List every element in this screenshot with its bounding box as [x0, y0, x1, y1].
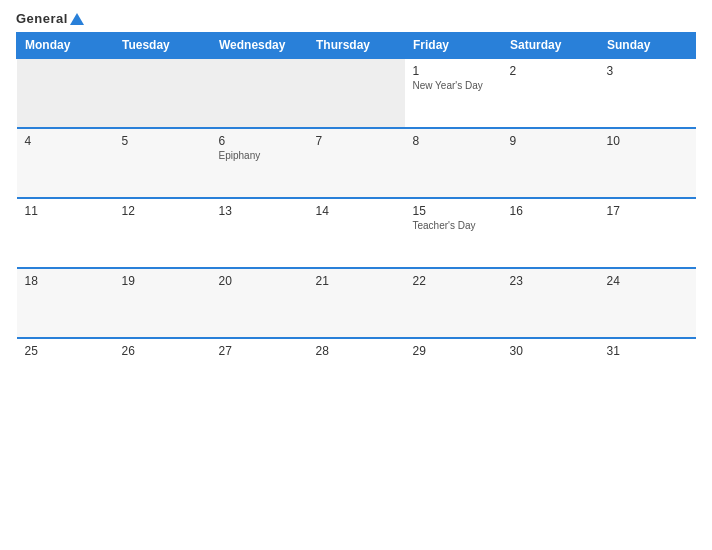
- day-header-wednesday: Wednesday: [211, 32, 308, 58]
- calendar-page: General MondayTuesdayWednesdayThursdayFr…: [0, 0, 712, 550]
- day-number: 23: [510, 274, 591, 288]
- calendar-cell: [114, 58, 211, 128]
- day-number: 11: [25, 204, 106, 218]
- day-number: 3: [607, 64, 688, 78]
- calendar-cell: 8: [405, 128, 502, 198]
- week-row-1: 1New Year's Day23: [17, 58, 696, 128]
- calendar-cell: 17: [599, 198, 696, 268]
- day-number: 22: [413, 274, 494, 288]
- calendar-cell: 30: [502, 338, 599, 408]
- logo: General: [16, 12, 84, 26]
- calendar-cell: 18: [17, 268, 114, 338]
- day-number: 6: [219, 134, 300, 148]
- calendar-cell: 13: [211, 198, 308, 268]
- calendar-cell: 16: [502, 198, 599, 268]
- day-number: 8: [413, 134, 494, 148]
- calendar-table: MondayTuesdayWednesdayThursdayFridaySatu…: [16, 32, 696, 408]
- calendar-cell: 31: [599, 338, 696, 408]
- calendar-cell: 1New Year's Day: [405, 58, 502, 128]
- day-number: 18: [25, 274, 106, 288]
- calendar-cell: 25: [17, 338, 114, 408]
- calendar-cell: 27: [211, 338, 308, 408]
- day-number: 4: [25, 134, 106, 148]
- calendar-cell: 9: [502, 128, 599, 198]
- day-number: 15: [413, 204, 494, 218]
- day-number: 13: [219, 204, 300, 218]
- logo-general-text: General: [16, 12, 84, 26]
- calendar-cell: 19: [114, 268, 211, 338]
- day-number: 28: [316, 344, 397, 358]
- calendar-cell: 10: [599, 128, 696, 198]
- day-number: 29: [413, 344, 494, 358]
- day-number: 19: [122, 274, 203, 288]
- day-header-tuesday: Tuesday: [114, 32, 211, 58]
- logo-triangle-icon: [70, 13, 84, 25]
- day-number: 17: [607, 204, 688, 218]
- calendar-cell: 21: [308, 268, 405, 338]
- day-number: 25: [25, 344, 106, 358]
- calendar-cell: 26: [114, 338, 211, 408]
- day-header-thursday: Thursday: [308, 32, 405, 58]
- calendar-cell: 11: [17, 198, 114, 268]
- day-number: 2: [510, 64, 591, 78]
- calendar-cell: [211, 58, 308, 128]
- calendar-cell: 28: [308, 338, 405, 408]
- calendar-cell: 20: [211, 268, 308, 338]
- week-row-2: 456Epiphany78910: [17, 128, 696, 198]
- day-number: 16: [510, 204, 591, 218]
- calendar-cell: [308, 58, 405, 128]
- calendar-cell: 14: [308, 198, 405, 268]
- day-number: 5: [122, 134, 203, 148]
- holiday-label: Teacher's Day: [413, 220, 494, 231]
- header: General: [16, 12, 696, 26]
- calendar-cell: 29: [405, 338, 502, 408]
- calendar-cell: 23: [502, 268, 599, 338]
- holiday-label: New Year's Day: [413, 80, 494, 91]
- calendar-cell: 24: [599, 268, 696, 338]
- calendar-cell: 2: [502, 58, 599, 128]
- calendar-cell: [17, 58, 114, 128]
- day-number: 14: [316, 204, 397, 218]
- calendar-cell: 15Teacher's Day: [405, 198, 502, 268]
- day-number: 24: [607, 274, 688, 288]
- calendar-cell: 4: [17, 128, 114, 198]
- calendar-cell: 22: [405, 268, 502, 338]
- day-number: 1: [413, 64, 494, 78]
- week-row-4: 18192021222324: [17, 268, 696, 338]
- days-header-row: MondayTuesdayWednesdayThursdayFridaySatu…: [17, 32, 696, 58]
- week-row-5: 25262728293031: [17, 338, 696, 408]
- calendar-cell: 12: [114, 198, 211, 268]
- day-number: 27: [219, 344, 300, 358]
- week-row-3: 1112131415Teacher's Day1617: [17, 198, 696, 268]
- holiday-label: Epiphany: [219, 150, 300, 161]
- day-header-sunday: Sunday: [599, 32, 696, 58]
- calendar-cell: 7: [308, 128, 405, 198]
- day-number: 20: [219, 274, 300, 288]
- day-number: 21: [316, 274, 397, 288]
- calendar-cell: 3: [599, 58, 696, 128]
- day-number: 26: [122, 344, 203, 358]
- day-header-monday: Monday: [17, 32, 114, 58]
- day-number: 9: [510, 134, 591, 148]
- day-header-friday: Friday: [405, 32, 502, 58]
- calendar-cell: 6Epiphany: [211, 128, 308, 198]
- day-number: 12: [122, 204, 203, 218]
- day-header-saturday: Saturday: [502, 32, 599, 58]
- day-number: 30: [510, 344, 591, 358]
- day-number: 31: [607, 344, 688, 358]
- day-number: 7: [316, 134, 397, 148]
- day-number: 10: [607, 134, 688, 148]
- calendar-cell: 5: [114, 128, 211, 198]
